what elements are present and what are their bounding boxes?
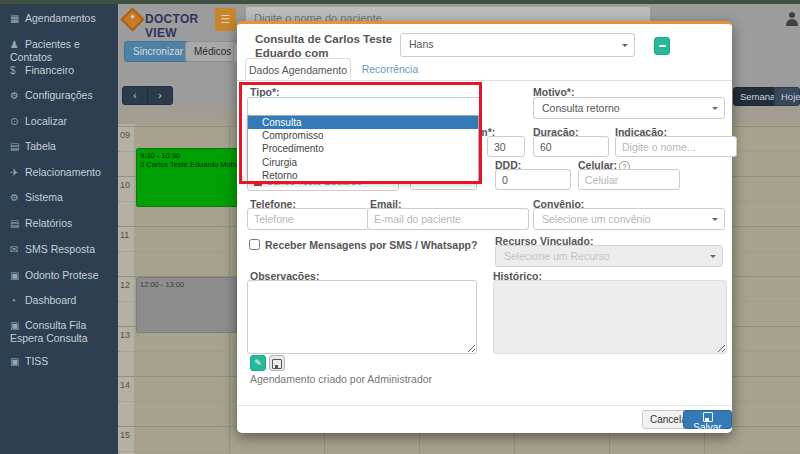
calendar-event-consulta[interactable]: 9:30 - 10:30 3 Carlos Teste Eduardo Moti…: [136, 148, 244, 207]
historico-textarea[interactable]: [493, 280, 727, 354]
professional-selected: Hans: [409, 38, 434, 50]
sync-button[interactable]: Sincronizar: [124, 41, 192, 62]
recurso-placeholder: Selecione um Recurso: [504, 250, 610, 262]
quick-save-button[interactable]: [269, 355, 285, 371]
sidebar-item-label: Dashboard: [25, 294, 76, 306]
convenio-placeholder: Selecione um convênio: [542, 213, 651, 225]
search-icon: ⊙: [10, 116, 25, 128]
sidebar-item-label: Relacionamento: [25, 166, 101, 178]
hamburger-menu-button[interactable]: ☰: [215, 8, 236, 31]
sidebar-item-tiss[interactable]: ▣TISS: [10, 355, 116, 368]
sms-whatsapp-label: Receber Mensagens por SMS / Whatsapp?: [265, 239, 477, 251]
chevron-down-icon: [712, 218, 718, 224]
fim-colon: :: [480, 140, 483, 152]
indicacao-input[interactable]: [615, 136, 737, 157]
sidebar-item-label: Financeiro: [25, 64, 74, 76]
sidebar-item-relacionamento[interactable]: ✈Relacionamento: [10, 166, 116, 179]
calendar-next-button[interactable]: ›: [147, 86, 173, 105]
sidebar-item-agendamentos[interactable]: ▦Agendamentos: [10, 12, 116, 25]
people-icon: ♟: [10, 39, 25, 51]
floppy-icon: [272, 359, 282, 369]
sidebar-item-relatorios[interactable]: ▤Relatórios: [10, 217, 116, 230]
floppy-icon: [703, 412, 713, 422]
tipo-option-retorno[interactable]: Retorno: [248, 169, 478, 182]
event-time: 9:30 - 10:30: [140, 151, 240, 160]
created-by-text: Agendamento criado por Administrador: [250, 373, 432, 385]
dash-icon: [659, 45, 666, 47]
tab-dados-agendamento[interactable]: Dados Agendamento: [245, 58, 351, 81]
report-icon: ▤: [10, 218, 25, 230]
tab-recorrencia[interactable]: Recorrência: [355, 58, 425, 80]
view-semana-button[interactable]: Semana: [733, 87, 775, 106]
hour-label: 12: [120, 280, 130, 290]
chevron-down-icon: [710, 255, 716, 261]
professional-action-button[interactable]: [654, 37, 670, 55]
sidebar-item-dashboard[interactable]: ◔Dashboard: [10, 294, 116, 307]
sidebar-item-consulta-fila-espera[interactable]: ▣Consulta Fila Espera Consulta: [10, 319, 116, 344]
sidebar-item-sistema[interactable]: ⚙Sistema: [10, 191, 116, 204]
paper-plane-icon: ✈: [10, 167, 25, 179]
view-hoje-button[interactable]: Hoje: [774, 87, 800, 106]
save-label: Salvar: [693, 422, 721, 433]
event-title: 3 Carlos Teste Eduardo Motivo: Co: [140, 160, 240, 169]
tipo-select[interactable]: [247, 97, 481, 116]
sidebar: ▦Agendamentos ♟Pacientes e Contatos $Fin…: [0, 4, 118, 454]
tipo-option-procedimento[interactable]: Procedimento: [248, 142, 478, 155]
observacoes-textarea[interactable]: [247, 280, 477, 354]
hour-label: 10: [120, 180, 130, 190]
money-icon: $: [10, 65, 25, 77]
user-profile-icon[interactable]: [786, 12, 798, 26]
sidebar-item-configuracoes[interactable]: ⚙Configurações: [10, 89, 116, 102]
hour-label: 15: [120, 430, 130, 440]
pie-chart-icon: ◔: [10, 295, 25, 307]
tab-divider: [237, 80, 732, 81]
modal-title: Consulta de Carlos Teste Eduardo com: [255, 32, 395, 60]
chevron-down-icon: [712, 107, 718, 113]
sidebar-item-pacientes[interactable]: ♟Pacientes e Contatos: [10, 38, 116, 63]
motivo-select[interactable]: Consulta retorno: [533, 97, 725, 119]
telefone-input[interactable]: [247, 208, 369, 230]
sidebar-item-tabela[interactable]: ▤Tabela: [10, 140, 116, 153]
card-icon: ▣: [10, 270, 25, 282]
hour-label: 13: [120, 330, 130, 340]
recurso-select-disabled: Selecione um Recurso: [495, 245, 723, 267]
sidebar-item-label: Localizar: [25, 115, 67, 127]
appointment-modal: Consulta de Carlos Teste Eduardo com Han…: [237, 21, 732, 433]
sidebar-item-localizar[interactable]: ⊙Localizar: [10, 115, 116, 128]
sidebar-item-odonto-protese[interactable]: ▣Odonto Protese: [10, 269, 116, 282]
panel-icon: ▣: [10, 356, 25, 368]
email-input[interactable]: [367, 208, 529, 230]
sidebar-item-label: Agendamentos: [25, 12, 96, 24]
duracao-input[interactable]: [533, 136, 609, 157]
app-root: ▦Agendamentos ♟Pacientes e Contatos $Fin…: [0, 0, 800, 454]
fim-minute-input[interactable]: [487, 136, 525, 157]
sidebar-item-label: Odonto Protese: [25, 269, 99, 281]
tipo-option-cirurgia[interactable]: Cirurgia: [248, 156, 478, 169]
gear-icon: ⚙: [10, 90, 25, 102]
professional-select[interactable]: Hans: [400, 33, 635, 57]
celular-input[interactable]: [578, 169, 680, 190]
motivo-selected: Consulta retorno: [542, 102, 620, 114]
footer-divider: [237, 405, 732, 406]
sidebar-item-label: TISS: [25, 355, 48, 367]
sidebar-item-financeiro[interactable]: $Financeiro: [10, 64, 116, 77]
sidebar-item-label: SMS Resposta: [25, 243, 95, 255]
tipo-option-compromisso[interactable]: Compromisso: [248, 129, 478, 142]
calendar-icon: ▦: [10, 13, 25, 25]
chevron-down-icon: [622, 44, 628, 50]
message-icon: ✉: [10, 244, 25, 256]
medicos-label: Médicos: [194, 46, 231, 57]
tipo-option-consulta[interactable]: Consulta: [248, 116, 478, 129]
logo-diamond-icon: [120, 7, 144, 31]
ddd-input[interactable]: [495, 169, 571, 190]
calendar-event-blocked[interactable]: 12:00 - 13:00: [136, 277, 237, 333]
convenio-select[interactable]: Selecione um convênio: [533, 208, 725, 230]
hour-label: 14: [120, 380, 130, 390]
gears-icon: ⚙: [10, 192, 25, 204]
table-icon: ▤: [10, 141, 25, 153]
save-button[interactable]: Salvar: [683, 410, 732, 429]
calendar-prev-button[interactable]: ‹: [122, 86, 148, 105]
sms-whatsapp-checkbox[interactable]: [249, 239, 260, 250]
sidebar-item-sms-resposta[interactable]: ✉SMS Resposta: [10, 243, 116, 256]
edit-button[interactable]: ✎: [250, 355, 266, 371]
